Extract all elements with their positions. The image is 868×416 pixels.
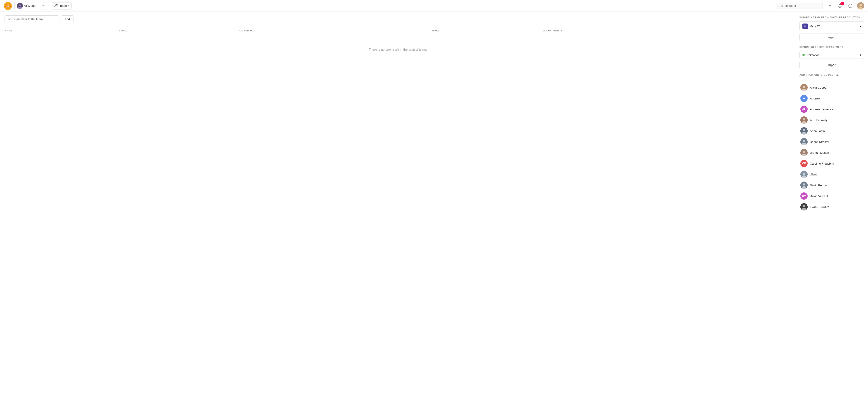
table-header: NAME EMAIL CONTRACT ROLE DEPARTMENTS (4, 27, 791, 34)
list-item[interactable]: CFCaroline Frogybird (800, 158, 864, 169)
list-item[interactable]: Evan BLAUDY (800, 202, 864, 212)
add-member-input[interactable] (4, 15, 59, 23)
person-name: Andrew Lawrence (810, 107, 833, 111)
navbar-right: 12 ? (778, 2, 864, 9)
person-name: Caroline Frogybird (810, 162, 834, 165)
chevron-down-icon: ▾ (42, 4, 44, 7)
person-name: David Penna (810, 184, 827, 187)
svg-point-42 (803, 183, 805, 186)
search-input[interactable] (785, 4, 820, 7)
col-contract: CONTRACT (240, 27, 432, 34)
content-area: add NAME EMAIL CONTRACT ROLE DEPARTMENTS… (0, 12, 796, 416)
svg-point-9 (9, 6, 9, 6)
list-item[interactable]: Ann Kennedy (800, 115, 864, 125)
project-selector[interactable]: VFX short ▾ (14, 2, 46, 10)
col-name: NAME (4, 27, 119, 34)
import-department-button[interactable]: Import (800, 61, 864, 69)
add-member-button[interactable]: add (61, 15, 74, 23)
team-table: NAME EMAIL CONTRACT ROLE DEPARTMENTS The… (4, 27, 791, 65)
department-name: Animation (806, 53, 858, 57)
person-avatar (800, 117, 808, 124)
person-name: client (810, 173, 817, 176)
svg-point-15 (57, 4, 58, 5)
department-chevron-icon: ▾ (860, 53, 862, 57)
right-sidebar: IMPORT A TEAM FROM ANOTHER PRODUCTION NI… (796, 12, 868, 416)
person-name: Benoit Director (810, 140, 829, 143)
col-departments: DEPARTMENTS (542, 27, 791, 34)
user-avatar[interactable] (857, 2, 864, 9)
svg-point-12 (19, 4, 21, 6)
team-chevron-icon: ▾ (68, 4, 69, 7)
import-team-project-name: My NFT (810, 25, 858, 28)
list-item[interactable]: client (800, 169, 864, 180)
list-item[interactable]: Brenan Mason (800, 148, 864, 158)
svg-text:?: ? (850, 5, 851, 7)
list-item[interactable]: Anna Lapin (800, 126, 864, 136)
team-icon (54, 3, 58, 8)
list-item[interactable]: Benoit Director (800, 136, 864, 147)
import-team-chevron-icon: ▾ (860, 24, 862, 28)
list-item[interactable]: David Penna (800, 180, 864, 190)
person-name: Brenan Mason (810, 151, 829, 154)
notification-badge: 12 (840, 2, 844, 5)
import-team-title: IMPORT A TEAM FROM ANOTHER PRODUCTION (800, 16, 864, 19)
svg-point-14 (55, 4, 57, 5)
navbar: KITSU V (0, 0, 868, 12)
kitsu-logo-svg: KITSU (4, 2, 12, 10)
search-icon (780, 4, 783, 7)
list-item[interactable]: DVDavid Vincent (800, 191, 864, 201)
project-avatar-img (17, 3, 23, 9)
svg-line-17 (782, 6, 783, 7)
svg-point-39 (803, 172, 805, 175)
section-divider (800, 79, 864, 79)
notifications-btn[interactable]: 12 (836, 2, 844, 9)
svg-point-24 (803, 86, 805, 88)
team-selector[interactable]: Team ▾ (52, 2, 72, 9)
person-avatar (800, 127, 808, 134)
person-avatar: A (800, 95, 808, 102)
main-container: add NAME EMAIL CONTRACT ROLE DEPARTMENTS… (0, 12, 868, 416)
search-box[interactable] (778, 3, 823, 9)
team-label: Team (60, 4, 67, 7)
project-avatar (17, 3, 23, 9)
breadcrumb-arrow: › (49, 4, 50, 8)
person-name: Andrew (810, 97, 820, 100)
import-team-avatar: NI (802, 24, 808, 29)
empty-message: There is no one listed in the project te… (4, 34, 791, 65)
person-avatar (800, 84, 808, 91)
person-avatar (800, 149, 808, 156)
svg-point-36 (803, 151, 805, 153)
svg-point-33 (803, 140, 805, 142)
person-avatar: DV (800, 192, 808, 200)
navbar-left: KITSU V (4, 2, 72, 10)
svg-point-45 (803, 205, 805, 207)
kitsu-logo[interactable]: KITSU (4, 2, 12, 10)
import-team-button[interactable]: Import (800, 33, 864, 41)
person-name: Anna Lapin (810, 129, 825, 133)
person-name: Alicia Cooper (810, 86, 827, 89)
svg-point-30 (803, 129, 805, 131)
list-item[interactable]: AAndrew (800, 93, 864, 103)
people-list: Alicia CooperAAndrewALAndrew Lawrence An… (800, 82, 864, 212)
svg-point-8 (7, 6, 7, 6)
flash-icon (828, 4, 832, 8)
svg-point-21 (859, 4, 862, 6)
empty-row: There is no one listed in the project te… (4, 34, 791, 65)
flash-icon-btn[interactable] (826, 2, 833, 9)
unlisted-people-title: ADD FROM UNLISTED PEOPLE (800, 74, 864, 76)
col-email: EMAIL (119, 27, 240, 34)
project-name: VFX short (24, 4, 41, 7)
person-name: David Vincent (810, 194, 828, 198)
svg-point-27 (803, 118, 805, 121)
help-icon: ? (848, 4, 852, 8)
person-avatar (800, 182, 808, 189)
person-name: Ann Kennedy (810, 119, 828, 122)
list-item[interactable]: ALAndrew Lawrence (800, 104, 864, 115)
person-name: Evan BLAUDY (810, 205, 829, 209)
department-color-dot (802, 54, 805, 56)
import-department-title: IMPORT AN ENTIRE DEPARTMENT (800, 46, 864, 49)
list-item[interactable]: Alicia Cooper (800, 82, 864, 93)
department-selector[interactable]: Animation ▾ (800, 51, 864, 59)
import-team-selector[interactable]: NI My NFT ▾ (800, 22, 864, 31)
help-btn[interactable]: ? (847, 2, 854, 9)
